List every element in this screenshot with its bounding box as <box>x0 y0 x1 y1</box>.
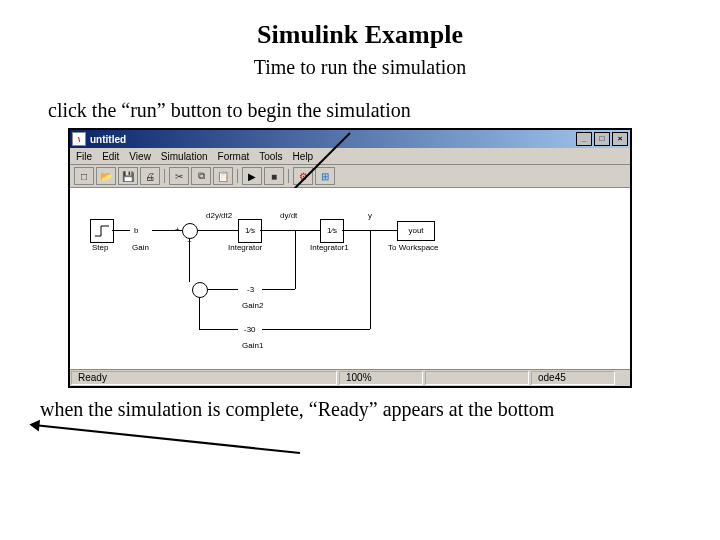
print-button[interactable]: 🖨 <box>140 167 160 185</box>
status-solver: ode45 <box>531 371 615 385</box>
status-zoom: 100% <box>339 371 423 385</box>
menu-help[interactable]: Help <box>293 151 314 162</box>
status-ready: Ready <box>71 371 337 385</box>
paste-button[interactable]: 📋 <box>213 167 233 185</box>
integrator-block[interactable]: 1⁄s <box>238 219 262 243</box>
annotation-arrow-to-ready <box>31 424 300 454</box>
gain-label: Gain <box>132 243 149 252</box>
toolbar-separator <box>164 169 165 183</box>
window-title: untitled <box>90 134 126 145</box>
sum-plus-left: + <box>175 225 180 234</box>
cut-button[interactable]: ✂ <box>169 167 189 185</box>
close-button[interactable]: × <box>612 132 628 146</box>
integrator-label: Integrator <box>228 243 262 252</box>
to-workspace-block[interactable]: yout <box>397 221 435 241</box>
toolbar-separator <box>288 169 289 183</box>
resize-grip-icon[interactable] <box>616 371 630 385</box>
to-workspace-label: To Workspace <box>388 243 439 252</box>
step-label: Step <box>92 243 108 252</box>
d2y-label: d2y/dt2 <box>206 211 232 220</box>
simulink-window: \ untitled _ □ × File Edit View Simulati… <box>68 128 632 388</box>
menu-edit[interactable]: Edit <box>102 151 119 162</box>
y-label: y <box>368 211 372 220</box>
menubar: File Edit View Simulation Format Tools H… <box>70 148 630 165</box>
menu-view[interactable]: View <box>129 151 151 162</box>
dy-label: dy/dt <box>280 211 297 220</box>
integrator1-label: Integrator1 <box>310 243 349 252</box>
gain2-value: -3 <box>247 285 254 294</box>
caption-above: click the “run” button to begin the simu… <box>48 99 690 122</box>
simulink-icon: \ <box>72 132 86 146</box>
gain1-value: -30 <box>244 325 256 334</box>
statusbar: Ready 100% ode45 <box>70 369 630 386</box>
menu-file[interactable]: File <box>76 151 92 162</box>
toolbar: □ 📂 💾 🖨 ✂ ⧉ 📋 ▶ ■ ⚙ ⊞ <box>70 165 630 188</box>
menu-simulation[interactable]: Simulation <box>161 151 208 162</box>
library-button[interactable]: ⊞ <box>315 167 335 185</box>
maximize-button[interactable]: □ <box>594 132 610 146</box>
minimize-button[interactable]: _ <box>576 132 592 146</box>
sum2-block[interactable] <box>192 282 208 298</box>
slide-title: Simulink Example <box>30 20 690 50</box>
save-button[interactable]: 💾 <box>118 167 138 185</box>
stop-button[interactable]: ■ <box>264 167 284 185</box>
toolbar-separator <box>237 169 238 183</box>
gain-b-value: b <box>134 226 138 235</box>
menu-tools[interactable]: Tools <box>259 151 282 162</box>
model-canvas[interactable]: Step b Gain + + d2y/dt2 1⁄s Integrator d… <box>70 188 630 369</box>
copy-button[interactable]: ⧉ <box>191 167 211 185</box>
open-button[interactable]: 📂 <box>96 167 116 185</box>
run-button[interactable]: ▶ <box>242 167 262 185</box>
new-button[interactable]: □ <box>74 167 94 185</box>
integrator1-block[interactable]: 1⁄s <box>320 219 344 243</box>
gain1-label: Gain1 <box>242 341 263 350</box>
gain2-label: Gain2 <box>242 301 263 310</box>
slide-subtitle: Time to run the simulation <box>30 56 690 79</box>
step-block[interactable] <box>90 219 114 243</box>
caption-below: when the simulation is complete, “Ready”… <box>40 398 690 421</box>
menu-format[interactable]: Format <box>218 151 250 162</box>
